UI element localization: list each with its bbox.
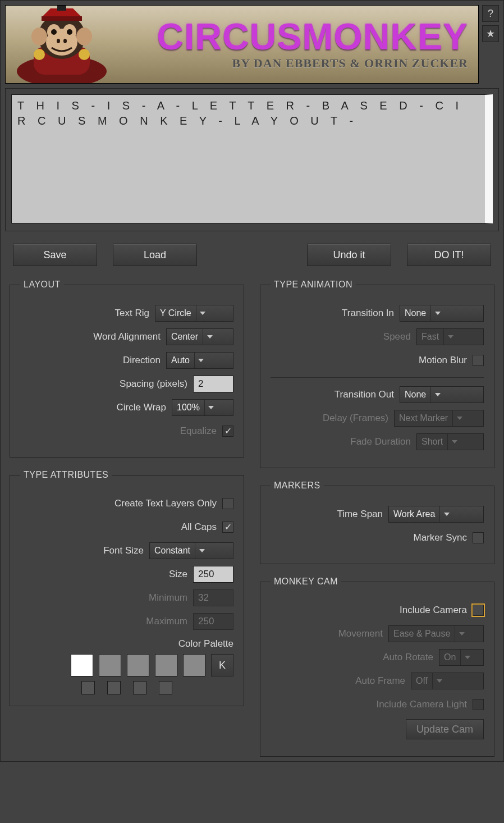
type-animation-fieldset: TYPE ANIMATION Transition In None Speed …	[260, 280, 494, 468]
fade-label: Fade Duration	[350, 436, 411, 447]
type-attributes-fieldset: TYPE ATTRIBUTES Create Text Layers Only …	[10, 470, 244, 706]
layout-fieldset: LAYOUT Text Rig Y Circle Word Alignment …	[10, 280, 244, 458]
help-button[interactable]: ?	[482, 5, 499, 22]
font-size-mode-select[interactable]: Constant	[149, 542, 233, 559]
swatch-3[interactable]	[127, 654, 149, 676]
maximum-input	[193, 613, 233, 630]
markers-fieldset: MARKERS Time Span Work Area Marker Sync	[260, 481, 494, 564]
save-button[interactable]: Save	[13, 244, 97, 266]
marker-sync-label: Marker Sync	[414, 532, 467, 543]
color-palette-label: Color Palette	[20, 638, 233, 650]
undo-button[interactable]: Undo it	[307, 244, 391, 266]
swatch-4[interactable]	[155, 654, 177, 676]
text-rig-label: Text Rig	[115, 308, 149, 319]
create-text-layers-label: Create Text Layers Only	[114, 498, 217, 509]
auto-rotate-label: Auto Rotate	[383, 652, 433, 663]
include-camera-label: Include Camera	[400, 605, 467, 616]
movement-label: Movement	[338, 628, 383, 639]
auto-frame-label: Auto Frame	[355, 675, 405, 687]
banner-text: CIRCUSMONKEY BY DAN EBBERTS & ORRIN ZUCK…	[118, 18, 478, 71]
include-camera-checkbox[interactable]	[473, 605, 484, 616]
monkey-illustration	[6, 5, 118, 84]
swatch-5[interactable]	[183, 654, 205, 676]
divider	[271, 377, 484, 378]
font-size-label: Font Size	[103, 545, 144, 556]
text-editor-container	[5, 88, 499, 231]
direction-select[interactable]: Auto	[166, 352, 233, 369]
markers-legend: MARKERS	[271, 481, 324, 491]
color-palette-row-2	[20, 681, 233, 694]
swatch-2[interactable]	[99, 654, 121, 676]
svg-point-10	[51, 29, 57, 35]
delay-select: Next Marker	[394, 410, 484, 427]
text-input[interactable]	[11, 94, 493, 223]
header-row: CIRCUSMONKEY BY DAN EBBERTS & ORRIN ZUCK…	[5, 5, 499, 84]
delay-label: Delay (Frames)	[323, 413, 388, 424]
banner: CIRCUSMONKEY BY DAN EBBERTS & ORRIN ZUCK…	[5, 5, 479, 84]
text-rig-select[interactable]: Y Circle	[155, 305, 233, 322]
minimum-input	[193, 589, 233, 606]
time-span-label: Time Span	[337, 509, 383, 520]
layout-legend: LAYOUT	[20, 280, 64, 290]
svg-point-2	[34, 49, 45, 60]
direction-label: Direction	[123, 355, 161, 366]
svg-point-12	[57, 39, 60, 43]
help-icon: ?	[488, 8, 493, 20]
all-caps-label: All Caps	[181, 522, 217, 533]
auto-rotate-select: On	[439, 649, 484, 666]
favorite-button[interactable]: ★	[482, 25, 499, 42]
star-icon: ★	[486, 28, 495, 40]
movement-select: Ease & Pause	[388, 625, 484, 642]
transition-out-select[interactable]: None	[400, 386, 484, 403]
speed-label: Speed	[383, 331, 411, 342]
create-text-layers-checkbox[interactable]	[222, 498, 233, 509]
speed-select: Fast	[416, 328, 484, 345]
transition-out-label: Transition Out	[335, 389, 394, 400]
color-palette-row: K	[20, 654, 233, 676]
swatch-1[interactable]	[71, 654, 93, 676]
doit-button[interactable]: DO IT!	[407, 244, 491, 266]
svg-rect-15	[57, 5, 66, 11]
all-caps-checkbox[interactable]	[222, 522, 233, 533]
svg-point-11	[67, 29, 72, 35]
size-input[interactable]	[193, 566, 233, 583]
circle-wrap-label: Circle Wrap	[117, 402, 166, 413]
motion-blur-checkbox[interactable]	[473, 355, 484, 366]
kuler-button[interactable]: K	[211, 654, 233, 676]
swatch-sm-3[interactable]	[133, 681, 146, 694]
transition-in-label: Transition In	[342, 308, 394, 319]
svg-rect-14	[42, 16, 82, 21]
swatch-sm-4[interactable]	[159, 681, 172, 694]
load-button[interactable]: Load	[113, 244, 197, 266]
svg-point-6	[76, 28, 92, 45]
swatch-sm-2[interactable]	[107, 681, 121, 694]
word-alignment-select[interactable]: Center	[166, 328, 233, 345]
equalize-checkbox	[222, 426, 233, 437]
monkey-cam-legend: MONKEY CAM	[271, 577, 341, 587]
transition-in-select[interactable]: None	[400, 305, 484, 322]
spacing-input[interactable]	[193, 376, 233, 392]
marker-sync-checkbox[interactable]	[473, 532, 484, 543]
size-label: Size	[169, 569, 187, 580]
action-button-row: Save Load Undo it DO IT!	[5, 244, 499, 280]
update-cam-button: Update Cam	[406, 719, 484, 739]
banner-subtitle: BY DAN EBBERTS & ORRIN ZUCKER	[118, 56, 468, 71]
swatch-sm-1[interactable]	[81, 681, 95, 694]
circle-wrap-select[interactable]: 100%	[172, 399, 233, 416]
fade-select: Short	[416, 433, 484, 450]
word-alignment-label: Word Alignment	[93, 331, 161, 342]
minimum-label: Minimum	[149, 592, 187, 603]
include-light-checkbox	[473, 699, 484, 710]
motion-blur-label: Motion Blur	[419, 355, 467, 366]
svg-point-5	[31, 28, 47, 45]
equalize-label: Equalize	[180, 426, 217, 437]
svg-point-3	[79, 49, 90, 60]
time-span-select[interactable]: Work Area	[388, 506, 484, 523]
spacing-label: Spacing (pixels)	[120, 378, 187, 390]
svg-point-13	[63, 39, 67, 43]
banner-title: CIRCUSMONKEY	[118, 18, 468, 55]
maximum-label: Maximum	[146, 616, 187, 627]
circusmonkey-panel: CIRCUSMONKEY BY DAN EBBERTS & ORRIN ZUCK…	[0, 0, 504, 762]
monkey-cam-fieldset: MONKEY CAM Include Camera Movement Ease …	[260, 577, 494, 757]
type-attributes-legend: TYPE ATTRIBUTES	[20, 470, 112, 480]
